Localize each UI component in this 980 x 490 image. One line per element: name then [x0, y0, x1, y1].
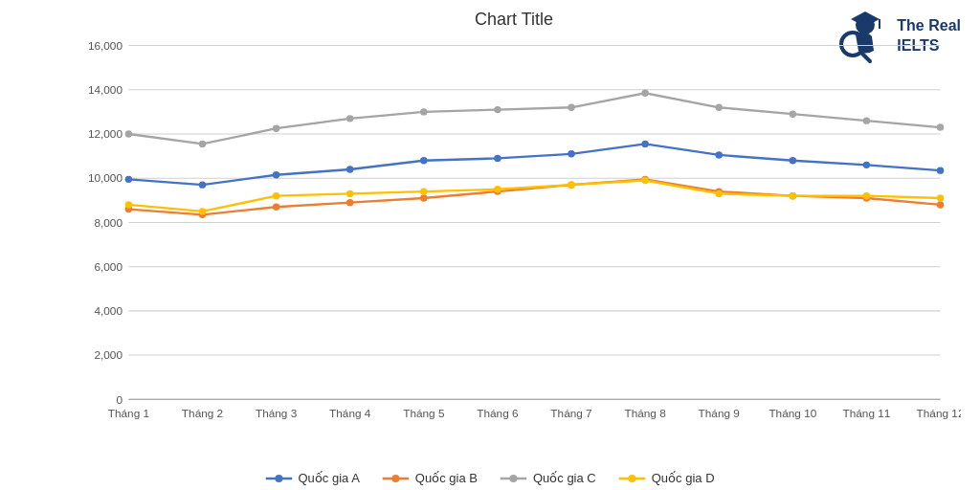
chart-container: Chart Title The Real IELTS 02,0004,0006,…: [0, 0, 980, 490]
svg-point-60: [125, 130, 133, 137]
svg-text:Tháng 7: Tháng 7: [550, 407, 591, 419]
svg-text:Tháng 11: Tháng 11: [843, 407, 891, 419]
svg-point-37: [199, 181, 207, 188]
svg-text:2,000: 2,000: [94, 348, 122, 361]
svg-point-44: [715, 151, 723, 158]
legend: Quốc gia A Quốc gia B Quốc gia C Quốc gi…: [265, 471, 714, 485]
svg-text:14,000: 14,000: [88, 83, 123, 96]
line-chart: 02,0004,0006,0008,00010,00012,00014,0001…: [67, 35, 961, 430]
svg-point-59: [937, 201, 945, 208]
svg-text:6,000: 6,000: [94, 260, 122, 273]
svg-point-43: [641, 141, 649, 147]
svg-point-74: [273, 192, 280, 199]
legend-label-a: Quốc gia A: [298, 471, 359, 485]
svg-point-36: [125, 176, 133, 183]
svg-text:10,000: 10,000: [88, 172, 123, 185]
svg-point-72: [125, 201, 133, 208]
svg-text:12,000: 12,000: [88, 127, 123, 140]
svg-text:0: 0: [116, 393, 122, 406]
svg-point-64: [420, 108, 428, 115]
svg-point-75: [346, 190, 354, 197]
svg-point-50: [273, 204, 280, 211]
svg-point-82: [863, 192, 871, 199]
svg-point-65: [494, 106, 501, 113]
legend-item-d: Quốc gia D: [619, 471, 715, 485]
svg-point-45: [790, 157, 797, 164]
chart-title: Chart Title: [67, 10, 961, 30]
chart-area: 02,0004,0006,0008,00010,00012,00014,0001…: [67, 35, 961, 430]
svg-point-77: [494, 186, 501, 192]
legend-item-b: Quốc gia B: [383, 471, 478, 485]
svg-text:4,000: 4,000: [94, 304, 122, 317]
svg-point-76: [420, 188, 428, 194]
svg-point-73: [199, 208, 207, 214]
svg-point-78: [568, 181, 575, 188]
svg-text:Tháng 6: Tháng 6: [477, 407, 518, 419]
svg-point-39: [346, 166, 354, 172]
svg-point-42: [568, 150, 575, 157]
svg-text:Tháng 8: Tháng 8: [624, 407, 665, 419]
svg-point-70: [863, 117, 871, 123]
svg-point-68: [715, 104, 723, 111]
svg-text:Tháng 2: Tháng 2: [182, 407, 223, 419]
svg-text:Tháng 10: Tháng 10: [768, 407, 816, 419]
svg-point-67: [641, 90, 649, 97]
svg-text:16,000: 16,000: [88, 39, 123, 52]
svg-point-51: [346, 199, 354, 206]
svg-point-86: [275, 475, 282, 482]
svg-point-66: [568, 104, 575, 111]
legend-label-b: Quốc gia B: [415, 471, 478, 485]
svg-point-92: [629, 475, 636, 482]
svg-text:Tháng 9: Tháng 9: [699, 407, 740, 419]
svg-point-88: [392, 475, 400, 482]
svg-text:Tháng 3: Tháng 3: [256, 407, 297, 419]
svg-point-40: [420, 157, 428, 164]
svg-text:8,000: 8,000: [94, 216, 122, 229]
legend-label-d: Quốc gia D: [652, 471, 715, 485]
svg-point-79: [641, 177, 649, 184]
svg-point-90: [510, 475, 518, 482]
svg-point-83: [937, 194, 945, 201]
svg-point-69: [790, 111, 797, 118]
svg-point-41: [494, 155, 501, 162]
svg-text:Tháng 5: Tháng 5: [403, 407, 445, 419]
svg-point-81: [790, 192, 797, 199]
svg-point-47: [937, 167, 945, 173]
svg-point-63: [346, 115, 354, 122]
svg-point-80: [715, 190, 723, 197]
svg-point-52: [420, 194, 428, 201]
legend-label-c: Quốc gia C: [533, 471, 596, 485]
legend-item-a: Quốc gia A: [265, 471, 359, 485]
legend-item-c: Quốc gia C: [501, 471, 596, 485]
svg-text:Tháng 4: Tháng 4: [329, 407, 371, 419]
svg-point-62: [273, 125, 280, 132]
svg-point-71: [937, 123, 945, 130]
svg-marker-1: [851, 11, 880, 27]
svg-point-61: [199, 141, 207, 147]
svg-text:Tháng 1: Tháng 1: [108, 407, 149, 419]
svg-point-38: [273, 171, 280, 178]
svg-text:Tháng 12: Tháng 12: [917, 407, 961, 419]
svg-point-46: [863, 162, 871, 168]
